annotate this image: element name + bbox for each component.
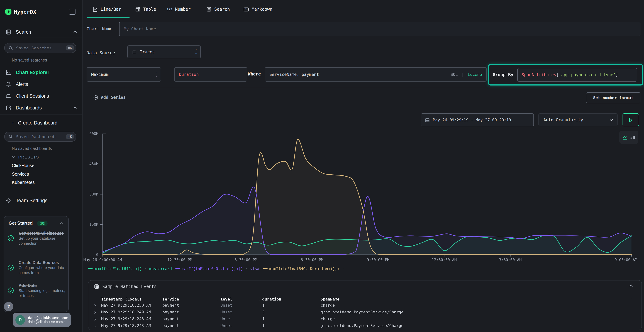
- run-query-button[interactable]: [622, 114, 639, 126]
- event-row[interactable]: ❯May 27 9:29:18.250 AMpaymentUnset1charg…: [94, 302, 627, 309]
- events-table-header: Timestamp (Local)serviceleveldurationSpa…: [94, 297, 627, 302]
- user-menu[interactable]: D dale@clickhouse.com dale@clickhouse.co…: [13, 313, 71, 327]
- chevron-up-icon[interactable]: [59, 221, 63, 226]
- expand-row-icon[interactable]: ❯: [94, 310, 101, 314]
- chevron-right-icon: ›: [68, 317, 70, 322]
- preset-services[interactable]: Services: [12, 172, 29, 177]
- plus-icon: +: [12, 120, 14, 126]
- sidebar-item-alerts[interactable]: Alerts: [0, 80, 82, 88]
- legend-dash-icon: [88, 268, 93, 269]
- saved-dashboards-input[interactable]: Saved Dashboards ⌘K: [4, 132, 76, 142]
- number-123-icon: 123: [167, 8, 172, 11]
- data-source-label: Data Source: [86, 50, 115, 56]
- tab-table[interactable]: Table: [135, 5, 156, 14]
- sidebar-section-search[interactable]: Search: [0, 28, 82, 36]
- where-input[interactable]: [265, 72, 431, 77]
- column-header-level[interactable]: level: [220, 297, 262, 302]
- get-started-item[interactable]: Create Data Sources Configure where your…: [8, 260, 66, 275]
- expand-row-icon[interactable]: ❯: [94, 324, 101, 328]
- event-row[interactable]: ❯May 27 9:29:18.243 AMpaymentUnset1grpc.…: [94, 322, 627, 329]
- journal-icon: [6, 29, 11, 34]
- user-team: dale@clickhouse.com's: [28, 320, 68, 324]
- hyperdx-logo-icon: [5, 8, 12, 15]
- chart-name-label: Chart Name: [86, 26, 112, 32]
- date-range-value: May 26 09:29:19 - May 27 09:29:19: [433, 118, 511, 122]
- column-header-timestamp-local-[interactable]: Timestamp (Local): [101, 297, 162, 302]
- kebab-menu-icon[interactable]: ⋮: [629, 296, 633, 301]
- divider: [88, 87, 641, 87]
- svg-text:150M: 150M: [89, 222, 98, 227]
- create-dashboard-button[interactable]: + Create Dashboard: [0, 118, 82, 127]
- collapse-panel-icon[interactable]: [629, 283, 634, 288]
- svg-text:3:30:00 AM: 3:30:00 AM: [499, 258, 522, 262]
- column-header-service[interactable]: service: [162, 297, 220, 302]
- legend-series-expression[interactable]: maxIf(toFloat64O..tion))))): [182, 266, 243, 271]
- event-cell: payment: [162, 303, 220, 308]
- sql-mode-button[interactable]: SQL: [450, 72, 458, 77]
- sidebar-item-chart-explorer[interactable]: Chart Explorer: [0, 68, 82, 76]
- legend-series-expression[interactable]: maxIf(toFloat64O..))): [94, 266, 142, 271]
- event-row[interactable]: ❯May 27 9:29:18.243 AMpaymentUnset1charg…: [94, 316, 627, 322]
- legend-series-expression[interactable]: maxIf(toFloat64O..Duration))))): [269, 266, 339, 271]
- svg-text:450M: 450M: [89, 162, 98, 166]
- add-series-button[interactable]: Add Series: [94, 95, 126, 100]
- bar-chart-toggle-icon[interactable]: [630, 135, 635, 140]
- expand-row-icon[interactable]: ❯: [94, 304, 101, 307]
- sidebar-item-dashboards[interactable]: Dashboards: [0, 104, 82, 112]
- granularity-select[interactable]: Auto Granularity: [538, 114, 618, 126]
- event-cell: Unset: [220, 310, 262, 314]
- sidebar-item-client-sessions[interactable]: Client Sessions: [0, 92, 82, 100]
- data-source-select[interactable]: Traces ⌃⌄: [127, 46, 201, 58]
- tab-number[interactable]: 123 Number: [167, 5, 190, 14]
- date-range-picker[interactable]: May 26 09:29:19 - May 27 09:29:19: [421, 114, 534, 126]
- chevron-updown-icon: ⌃⌄: [156, 72, 158, 77]
- where-label: Where: [248, 72, 261, 76]
- event-cell: 1: [262, 303, 320, 308]
- legend-group-name[interactable]: visa: [250, 266, 260, 271]
- tab-line-bar[interactable]: Line/Bar: [93, 5, 121, 14]
- presets-header[interactable]: PRESETS: [12, 155, 39, 159]
- legend-group-name[interactable]: mastercard: [149, 266, 172, 271]
- chart-name-input[interactable]: [120, 26, 640, 32]
- svg-text:600M: 600M: [89, 132, 98, 136]
- expand-row-icon[interactable]: ❯: [94, 317, 101, 321]
- svg-text:6:30:00 PM: 6:30:00 PM: [301, 258, 323, 262]
- line-chart-toggle-icon[interactable]: [622, 134, 628, 140]
- chevron-up-icon: [73, 30, 77, 34]
- brand-name: HyperDX: [14, 9, 36, 15]
- chevron-down-icon: [12, 155, 16, 159]
- event-cell: payment: [162, 316, 220, 321]
- event-cell: charge: [320, 303, 627, 308]
- plus-circle-icon: [94, 95, 98, 100]
- preset-kubernetes[interactable]: Kubernetes: [12, 180, 35, 185]
- calendar-icon: [425, 118, 430, 122]
- preset-clickhouse[interactable]: ClickHouse: [12, 163, 34, 168]
- chevron-down-icon: [609, 118, 613, 122]
- tab-search[interactable]: Search: [206, 5, 230, 14]
- column-header-duration[interactable]: duration: [262, 297, 320, 302]
- legend-separator: ·: [144, 266, 147, 271]
- legend-separator: ·: [246, 266, 248, 271]
- event-cell: payment: [162, 324, 220, 328]
- tabbar-divider: [88, 18, 641, 18]
- help-button[interactable]: ?: [4, 302, 13, 311]
- divider: [0, 38, 82, 38]
- sidebar-item-team-settings[interactable]: Team Settings: [0, 196, 82, 205]
- svg-text:9:30:00 PM: 9:30:00 PM: [367, 258, 389, 262]
- aggregation-select[interactable]: Maximum ⌃⌄: [86, 67, 161, 82]
- column-header-spanname[interactable]: SpanName: [320, 297, 627, 302]
- field-select[interactable]: Duration: [174, 67, 247, 82]
- event-row[interactable]: ❯May 27 9:29:18.249 AMpaymentUnset3grpc.…: [94, 309, 627, 316]
- get-started-item[interactable]: Add Data Start sending logs, metrics, or…: [8, 283, 66, 298]
- set-number-format-button[interactable]: Set number format: [586, 92, 640, 104]
- search-icon: [8, 134, 13, 139]
- check-circle-icon: [8, 235, 14, 242]
- lucene-mode-button[interactable]: Lucene: [468, 72, 482, 77]
- saved-searches-input[interactable]: Saved Searches ⌘K: [4, 43, 76, 53]
- event-cell: May 27 9:29:18.250 AM: [101, 303, 162, 308]
- get-started-item[interactable]: Connect to ClickHouse Set up your databa…: [8, 231, 66, 246]
- group-by-field[interactable]: SpanAttributes['app.payment.card_type']: [517, 68, 637, 82]
- chart-type-toggle: [619, 130, 638, 144]
- tab-markdown[interactable]: M↓ Markdown: [244, 5, 272, 14]
- collapse-sidebar-icon[interactable]: [69, 8, 76, 15]
